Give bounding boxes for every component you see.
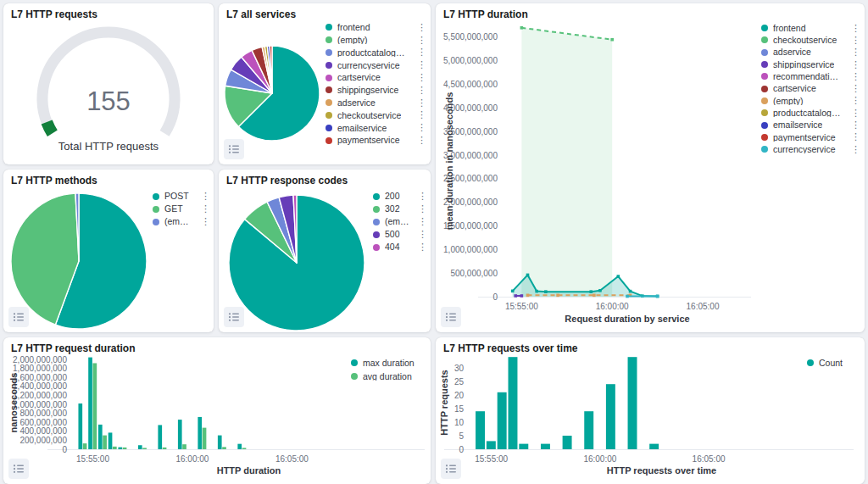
legend-item-currencyservice[interactable]: currencyservice⋮ xyxy=(326,58,426,71)
legend-item-POST[interactable]: POST⋮ xyxy=(153,190,210,203)
bar-Count[interactable] xyxy=(606,384,615,449)
legend-actions-icon[interactable]: ⋮ xyxy=(848,132,860,142)
legend-actions-icon[interactable]: ⋮ xyxy=(848,24,860,33)
legend-item-GET[interactable]: GET⋮ xyxy=(153,203,210,215)
bar-max duration[interactable] xyxy=(138,445,142,449)
legend-actions-icon[interactable]: ⋮ xyxy=(848,36,860,45)
legend-toggle-button[interactable] xyxy=(441,459,461,479)
legend-item-avg duration[interactable]: avg duration xyxy=(351,370,426,383)
legend-item-productcatalogservice[interactable]: productcatalogservice⋮ xyxy=(761,107,860,119)
legend-item-(empty)[interactable]: (empty)⋮ xyxy=(761,95,860,107)
legend-toggle-button[interactable] xyxy=(441,307,461,327)
legend-actions-icon[interactable]: ⋮ xyxy=(415,242,427,252)
legend-item-checkoutservice[interactable]: checkoutservice⋮ xyxy=(326,109,426,122)
legend-item-cartservice[interactable]: cartservice⋮ xyxy=(761,82,860,94)
bar-max duration[interactable] xyxy=(218,436,222,449)
legend-item-checkoutservice[interactable]: checkoutservice⋮ xyxy=(761,34,860,46)
bar-max duration[interactable] xyxy=(108,432,113,449)
bar-avg duration[interactable] xyxy=(123,448,127,449)
legend-item-(empty)[interactable]: (empty)⋮ xyxy=(326,34,426,47)
bar-Count[interactable] xyxy=(541,444,550,449)
legend-item-adservice[interactable]: adservice⋮ xyxy=(761,47,860,58)
legend-actions-icon[interactable]: ⋮ xyxy=(848,60,860,70)
legend-item-productcatalogservice[interactable]: productcatalogservice⋮ xyxy=(326,47,426,59)
legend-actions-icon[interactable]: ⋮ xyxy=(848,108,860,118)
legend-item-500[interactable]: 500⋮ xyxy=(373,228,427,241)
legend-item-Count[interactable]: Count xyxy=(807,356,858,370)
bar-avg duration[interactable] xyxy=(242,448,247,449)
bar-Count[interactable] xyxy=(584,411,593,449)
legend-toggle-button[interactable] xyxy=(8,307,29,327)
legend-actions-icon[interactable]: ⋮ xyxy=(198,217,210,226)
requests-over-time-bar-chart[interactable]: 05101520253015:55:0016:00:0016:05:00 xyxy=(436,337,865,484)
legend-actions-icon[interactable]: ⋮ xyxy=(414,98,426,108)
legend-item-recommendationservice[interactable]: recommendationservice⋮ xyxy=(761,70,860,82)
bar-Count[interactable] xyxy=(509,357,518,449)
bar-Count[interactable] xyxy=(476,411,485,449)
legend-item-emailservice[interactable]: emailservice⋮ xyxy=(326,121,426,134)
legend-actions-icon[interactable]: ⋮ xyxy=(415,230,427,239)
legend-item-cartservice[interactable]: cartservice⋮ xyxy=(326,71,426,84)
bar-max duration[interactable] xyxy=(178,420,182,449)
legend-toggle-button[interactable] xyxy=(8,459,29,479)
bar-avg duration[interactable] xyxy=(182,444,186,449)
legend-item-paymentservice[interactable]: paymentservice⋮ xyxy=(761,131,860,143)
legend-item-(empty)[interactable]: (empty)⋮ xyxy=(153,215,210,228)
legend-actions-icon[interactable]: ⋮ xyxy=(415,204,427,214)
legend-actions-icon[interactable]: ⋮ xyxy=(414,136,426,145)
legend-item-paymentservice[interactable]: paymentservice⋮ xyxy=(326,134,426,147)
bar-avg duration[interactable] xyxy=(83,443,87,449)
legend-actions-icon[interactable]: ⋮ xyxy=(414,123,426,132)
legend-item-302[interactable]: 302⋮ xyxy=(373,203,427,215)
bar-max duration[interactable] xyxy=(198,417,202,449)
bar-max duration[interactable] xyxy=(88,358,92,449)
bar-Count[interactable] xyxy=(498,392,507,449)
legend-actions-icon[interactable]: ⋮ xyxy=(414,23,426,32)
legend-actions-icon[interactable]: ⋮ xyxy=(414,86,426,95)
legend-actions-icon[interactable]: ⋮ xyxy=(848,120,860,130)
legend-actions-icon[interactable]: ⋮ xyxy=(848,96,860,105)
legend-item-currencyservice[interactable]: currencyservice⋮ xyxy=(761,143,860,155)
bar-max duration[interactable] xyxy=(237,444,242,449)
legend-actions-icon[interactable]: ⋮ xyxy=(415,192,427,201)
legend-item-shippingservice[interactable]: shippingservice⋮ xyxy=(761,58,860,70)
legend-item-frontend[interactable]: frontend⋮ xyxy=(761,22,860,34)
bar-Count[interactable] xyxy=(563,436,572,449)
legend-actions-icon[interactable]: ⋮ xyxy=(848,72,860,81)
bar-avg duration[interactable] xyxy=(142,448,147,449)
legend-item-emailservice[interactable]: emailservice⋮ xyxy=(761,119,860,131)
bar-Count[interactable] xyxy=(628,357,637,449)
bar-avg duration[interactable] xyxy=(113,447,117,449)
bar-max duration[interactable] xyxy=(158,425,162,449)
bar-max duration[interactable] xyxy=(78,403,82,449)
bar-Count[interactable] xyxy=(649,444,659,449)
bar-avg duration[interactable] xyxy=(92,363,97,449)
legend-actions-icon[interactable]: ⋮ xyxy=(414,73,426,82)
legend-actions-icon[interactable]: ⋮ xyxy=(198,192,210,201)
bar-Count[interactable] xyxy=(519,444,528,449)
bar-avg duration[interactable] xyxy=(103,436,107,449)
legend-item-(empty)[interactable]: (empty)⋮ xyxy=(373,215,427,228)
legend-actions-icon[interactable]: ⋮ xyxy=(414,110,426,120)
bar-avg duration[interactable] xyxy=(222,447,226,449)
bar-max duration[interactable] xyxy=(118,448,122,449)
legend-actions-icon[interactable]: ⋮ xyxy=(848,47,860,57)
bar-Count[interactable] xyxy=(487,441,496,449)
legend-actions-icon[interactable]: ⋮ xyxy=(414,47,426,57)
legend-item-frontend[interactable]: frontend⋮ xyxy=(326,21,426,34)
legend-toggle-button[interactable] xyxy=(224,307,244,327)
legend-item-200[interactable]: 200⋮ xyxy=(373,190,427,203)
bar-avg duration[interactable] xyxy=(163,448,167,449)
legend-actions-icon[interactable]: ⋮ xyxy=(415,217,427,226)
legend-actions-icon[interactable]: ⋮ xyxy=(414,36,426,45)
legend-toggle-button[interactable] xyxy=(224,139,244,159)
legend-actions-icon[interactable]: ⋮ xyxy=(848,145,860,154)
legend-item-404[interactable]: 404⋮ xyxy=(373,241,427,253)
legend-item-max duration[interactable]: max duration xyxy=(351,356,426,370)
legend-actions-icon[interactable]: ⋮ xyxy=(198,204,210,214)
legend-item-adservice[interactable]: adservice⋮ xyxy=(326,97,426,109)
legend-actions-icon[interactable]: ⋮ xyxy=(414,60,426,70)
bar-avg duration[interactable] xyxy=(203,428,207,449)
legend-item-shippingservice[interactable]: shippingservice⋮ xyxy=(326,84,426,97)
legend-actions-icon[interactable]: ⋮ xyxy=(848,84,860,93)
